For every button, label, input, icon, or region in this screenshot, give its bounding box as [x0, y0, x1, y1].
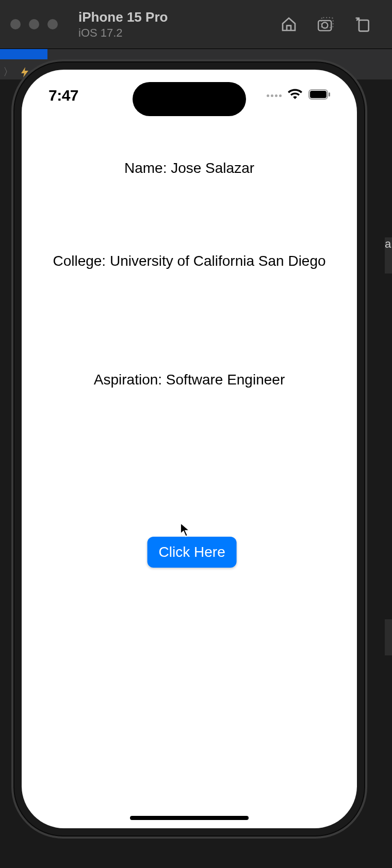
- xcode-right-panel-sliver: a: [385, 237, 392, 274]
- app-root-view: Name: Jose Salazar College: University o…: [22, 70, 357, 828]
- iphone-screen: 7:47: [22, 70, 357, 828]
- wifi-icon: [288, 89, 302, 102]
- xcode-right-panel-sliver-2: [385, 619, 392, 655]
- os-subtitle: iOS 17.2: [78, 26, 281, 40]
- college-label: College: University of California San Di…: [22, 253, 357, 269]
- minimize-window-button[interactable]: [29, 19, 39, 29]
- svg-rect-3: [359, 20, 369, 31]
- dynamic-island: [133, 82, 246, 116]
- status-indicators: [267, 89, 330, 102]
- zoom-window-button[interactable]: [47, 19, 58, 29]
- cellular-dots-icon: [267, 94, 282, 97]
- home-button[interactable]: [281, 16, 297, 33]
- screenshot-button[interactable]: [318, 16, 334, 33]
- title-section: iPhone 15 Pro iOS 17.2: [78, 9, 281, 40]
- home-indicator[interactable]: [130, 816, 249, 820]
- close-window-button[interactable]: [10, 19, 21, 29]
- name-label: Name: Jose Salazar: [22, 160, 357, 176]
- breadcrumb-chevron-icon: 〉: [3, 65, 13, 79]
- aspiration-label: Aspiration: Software Engineer: [22, 372, 357, 388]
- titlebar-toolbar: [281, 16, 371, 33]
- simulator-titlebar: iPhone 15 Pro iOS 17.2: [0, 0, 392, 49]
- xcode-tab-indicator: [0, 49, 47, 59]
- rotate-button[interactable]: [355, 16, 371, 33]
- device-title: iPhone 15 Pro: [78, 9, 281, 25]
- window-controls: [10, 19, 58, 29]
- iphone-device-frame: 7:47: [11, 59, 367, 839]
- click-here-button[interactable]: Click Here: [148, 537, 237, 568]
- status-time: 7:47: [48, 87, 78, 104]
- svg-rect-5: [310, 91, 326, 98]
- svg-rect-6: [329, 92, 330, 97]
- battery-icon: [308, 89, 330, 102]
